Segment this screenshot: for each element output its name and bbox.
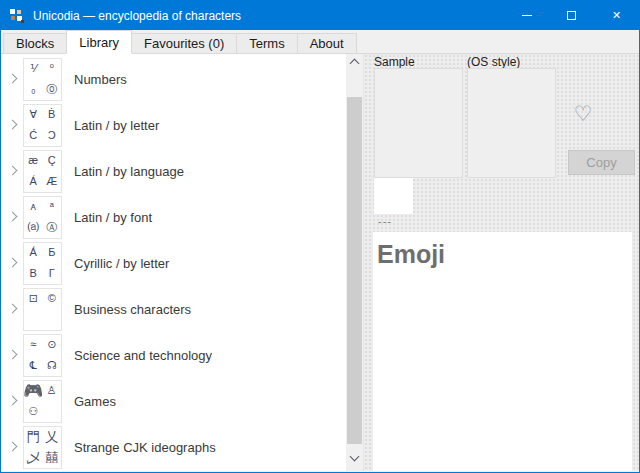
- glyph-cell: 門: [24, 427, 43, 448]
- category-label: Latin / by letter: [74, 118, 159, 133]
- glyph-cell: 🎮: [24, 381, 43, 402]
- glyph-cell: ⒜: [24, 217, 43, 238]
- sample-preview-box: [374, 68, 463, 178]
- glyph-cell: æ: [24, 151, 43, 172]
- tab-favourites-0[interactable]: Favourites (0): [131, 33, 237, 53]
- library-row[interactable]: 🎮♙⚇ Games: [1, 378, 346, 424]
- category-icon: ≈⊙℄☊: [23, 334, 62, 377]
- library-row[interactable]: 門乂乄囍 Strange CJK ideographs: [1, 424, 346, 470]
- glyph-cell: Б: [43, 243, 62, 264]
- glyph-cell: Ć: [24, 125, 43, 146]
- favourite-heart-icon[interactable]: ♡: [568, 98, 598, 128]
- glyph-cell: Á: [24, 171, 43, 192]
- copy-button[interactable]: Copy: [568, 150, 635, 175]
- category-label: Numbers: [74, 72, 127, 87]
- category-icon: 🎮♙⚇: [23, 380, 62, 423]
- glyph-cell: В: [24, 263, 43, 284]
- title-bar: Unicodia — encyclopedia of characters ✕: [1, 1, 639, 30]
- glyph-cell: А́: [24, 243, 43, 264]
- category-label: Business characters: [74, 302, 191, 317]
- detail-panel: Sample (OS style) ♡ Copy --- Emoji: [363, 54, 639, 471]
- category-label: Games: [74, 394, 116, 409]
- category-icon: ᴀᵃ⒜Ⓐ: [23, 196, 62, 239]
- glyph-cell: Ɔ: [43, 125, 62, 146]
- category-icon: ⊡©: [23, 288, 62, 331]
- info-pane: Emoji: [373, 232, 632, 471]
- scroll-down-icon[interactable]: [346, 450, 363, 465]
- glyph-cell: Ḃ: [43, 105, 62, 126]
- tab-about[interactable]: About: [297, 33, 357, 53]
- library-row[interactable]: ≈⊙℄☊ Science and technology: [1, 332, 346, 378]
- glyph-cell: [43, 309, 62, 330]
- library-row[interactable]: ⅟⁰₀⓪ Numbers: [1, 56, 346, 102]
- sample-label: Sample: [374, 55, 415, 69]
- glyph-cell: ⊙: [43, 335, 62, 356]
- glyph-cell: 囍: [43, 447, 62, 468]
- glyph-cell: ⊡: [24, 289, 43, 310]
- expand-chevron-icon[interactable]: [5, 301, 21, 317]
- category-icon: 門乂乄囍: [23, 426, 62, 469]
- category-label: Latin / by language: [74, 164, 184, 179]
- app-logo-icon: [9, 8, 25, 24]
- library-row[interactable]: А́БВГ Cyrillic / by letter: [1, 240, 346, 286]
- window-title: Unicodia — encyclopedia of characters: [33, 9, 504, 23]
- glyph-cell: ⁰: [43, 59, 62, 80]
- scroll-up-icon[interactable]: [346, 54, 363, 69]
- glyph-cell: ₀: [24, 79, 43, 100]
- expand-chevron-icon[interactable]: [5, 163, 21, 179]
- minimize-icon: [522, 15, 532, 16]
- expand-chevron-icon[interactable]: [5, 393, 21, 409]
- expand-chevron-icon[interactable]: [5, 255, 21, 271]
- category-icon: А́БВГ: [23, 242, 62, 285]
- glyph-cell: Æ: [43, 171, 62, 192]
- glyph-cell: 乂: [43, 427, 62, 448]
- tab-page-library: ⅟⁰₀⓪ Numbers ⱯḂĆƆ Latin / by letter æÇÁÆ…: [1, 54, 639, 471]
- close-button[interactable]: ✕: [594, 1, 639, 30]
- close-icon: ✕: [612, 10, 621, 21]
- maximize-button[interactable]: [549, 1, 594, 30]
- os-style-label: (OS style): [467, 55, 520, 69]
- scrollbar-thumb[interactable]: [347, 97, 362, 444]
- category-tree: ⅟⁰₀⓪ Numbers ⱯḂĆƆ Latin / by letter æÇÁÆ…: [1, 54, 346, 471]
- character-swatch: [374, 178, 413, 214]
- app-window: Unicodia — encyclopedia of characters ✕ …: [0, 0, 640, 473]
- expand-chevron-icon[interactable]: [5, 71, 21, 87]
- separator-dashes: ---: [378, 215, 392, 227]
- expand-chevron-icon[interactable]: [5, 117, 21, 133]
- glyph-cell: ⅟: [24, 59, 43, 80]
- glyph-cell: ⚇: [24, 401, 43, 422]
- tab-library[interactable]: Library: [66, 30, 132, 54]
- glyph-cell: ℄: [24, 355, 43, 376]
- tab-bar: BlocksLibraryFavourites (0)TermsAbout: [1, 30, 639, 54]
- glyph-cell: [24, 309, 43, 330]
- glyph-cell: Ⓐ: [43, 217, 62, 238]
- category-label: Science and technology: [74, 348, 212, 363]
- category-icon: æÇÁÆ: [23, 150, 62, 193]
- glyph-cell: ©: [43, 289, 62, 310]
- tab-blocks[interactable]: Blocks: [3, 33, 67, 53]
- tab-terms[interactable]: Terms: [236, 33, 297, 53]
- glyph-cell: 乄: [24, 447, 43, 468]
- category-label: Latin / by font: [74, 210, 152, 225]
- glyph-cell: ≈: [24, 335, 43, 356]
- tree-scrollbar[interactable]: [346, 54, 363, 471]
- glyph-cell: Г: [43, 263, 62, 284]
- glyph-cell: ᴀ: [24, 197, 43, 218]
- glyph-cell: ♙: [43, 381, 62, 402]
- glyph-cell: ☊: [43, 355, 62, 376]
- library-row[interactable]: æÇÁÆ Latin / by language: [1, 148, 346, 194]
- section-heading: Emoji: [373, 232, 632, 269]
- os-style-preview-box: [467, 68, 556, 178]
- category-label: Cyrillic / by letter: [74, 256, 169, 271]
- expand-chevron-icon[interactable]: [5, 439, 21, 455]
- expand-chevron-icon[interactable]: [5, 209, 21, 225]
- glyph-cell: [43, 401, 62, 422]
- glyph-cell: Ɐ: [24, 105, 43, 126]
- expand-chevron-icon[interactable]: [5, 347, 21, 363]
- maximize-icon: [567, 11, 576, 20]
- minimize-button[interactable]: [504, 1, 549, 30]
- library-row[interactable]: ⊡© Business characters: [1, 286, 346, 332]
- category-icon: ⅟⁰₀⓪: [23, 58, 62, 101]
- library-row[interactable]: ᴀᵃ⒜Ⓐ Latin / by font: [1, 194, 346, 240]
- library-row[interactable]: ⱯḂĆƆ Latin / by letter: [1, 102, 346, 148]
